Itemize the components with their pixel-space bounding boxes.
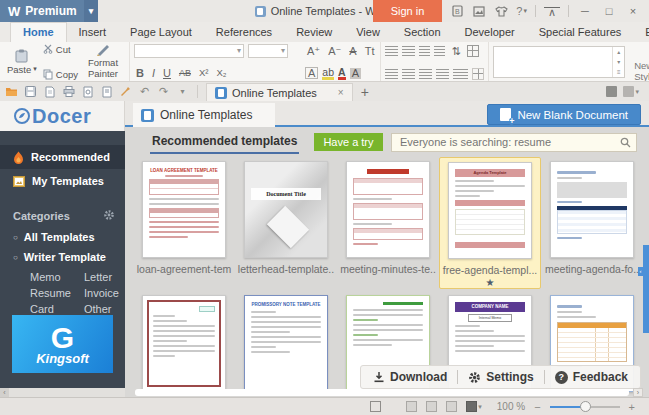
qat-customize-icon[interactable]: ▾ (176, 85, 189, 98)
outline-view-icon[interactable] (426, 401, 437, 412)
sort-button[interactable]: ⇅ (449, 44, 462, 58)
download-button[interactable]: Download (373, 370, 447, 384)
sidebar-link-memo[interactable]: Memo (30, 271, 76, 283)
settings-button[interactable]: Settings (468, 370, 533, 384)
wordart-button[interactable]: A (305, 67, 318, 79)
numbering-button[interactable] (402, 46, 415, 56)
paste-button[interactable]: Paste▾ (4, 49, 40, 75)
align-center-button[interactable] (402, 69, 415, 79)
tab-page-layout[interactable]: Page Layout (118, 23, 204, 42)
help-button[interactable]: ?▾ (516, 4, 527, 18)
sidebar-link-letter[interactable]: Letter (84, 271, 130, 283)
more-icon[interactable]: ≡ (617, 69, 621, 75)
tab-developer[interactable]: Developer (453, 23, 527, 42)
sidebar-item-my-templates[interactable]: My Templates (0, 169, 125, 193)
tab-home[interactable]: Home (10, 22, 67, 42)
doc-tab-online-templates[interactable]: Online Templates × (206, 83, 353, 101)
grow-font-button[interactable]: A⁺ (305, 44, 322, 58)
close-button[interactable]: × (625, 5, 641, 17)
bold-button[interactable]: B (134, 66, 146, 80)
vertical-scrollbar-thumb[interactable]: ‹ (643, 245, 649, 333)
styles-gallery-arrows[interactable]: ▴ ▾ ≡ (612, 47, 624, 77)
chevron-up-icon[interactable]: ▴ (617, 48, 620, 55)
sidebar-item-writer-template[interactable]: ○ Writer Template (0, 247, 125, 267)
increase-indent-button[interactable] (434, 46, 445, 56)
minimize-button[interactable]: ─ (577, 5, 593, 17)
template-card-letterhead[interactable]: Document Title letterhead-template.. (235, 157, 337, 289)
clear-format-button[interactable]: A (347, 44, 358, 58)
online-templates-page-tab[interactable]: Online Templates (133, 103, 275, 127)
bullets-button[interactable] (385, 46, 398, 56)
maximize-button[interactable]: □ (601, 5, 617, 17)
sidebar-link-resume[interactable]: Resume (30, 287, 76, 299)
borders-button[interactable] (472, 68, 484, 80)
line-spacing-button[interactable] (453, 69, 468, 79)
read-mode-icon[interactable] (100, 85, 113, 98)
chevron-down-icon[interactable]: ▾ (84, 0, 99, 22)
font-color-button[interactable]: A (338, 67, 346, 80)
star-icon[interactable]: ★ (486, 277, 495, 288)
subscript-button[interactable]: X₂ (214, 66, 228, 80)
undo-icon[interactable]: ↶ (138, 85, 151, 98)
tab-efofex[interactable]: Efofex (633, 23, 649, 42)
close-tab-icon[interactable]: × (338, 87, 344, 98)
sidebar-hscrollbar[interactable]: ‹ (0, 388, 125, 397)
tab-view[interactable]: View (344, 23, 392, 42)
align-left-button[interactable] (385, 69, 398, 79)
insert-table-icon[interactable] (467, 45, 479, 57)
feedback-button[interactable]: ? Feedback (555, 370, 628, 384)
strikethrough-button[interactable]: AB (177, 66, 193, 80)
skin-theme-icon[interactable] (494, 4, 508, 18)
switch-window-icon[interactable] (606, 86, 617, 97)
new-style-button[interactable]: A New Style▾ (628, 42, 649, 82)
justify-button[interactable] (436, 69, 449, 79)
sidebar-item-all-templates[interactable]: ○ All Templates (0, 227, 125, 247)
collapse-ribbon-button[interactable]: ∧ (544, 7, 560, 17)
print-icon[interactable] (62, 85, 75, 98)
shrink-font-button[interactable]: A⁻ (326, 44, 343, 58)
format-brush-icon[interactable] (119, 85, 132, 98)
zoom-slider[interactable] (550, 401, 620, 412)
template-card-free-agenda-selected[interactable]: Agenda Template free-agenda-templ... ★ (439, 157, 541, 289)
character-shading-button[interactable]: A (350, 68, 361, 79)
copy-button[interactable]: Copy (43, 69, 78, 80)
format-painter-button[interactable]: Format Painter (81, 44, 125, 79)
tab-special-features[interactable]: Special Features (527, 23, 634, 42)
new-blank-document-button[interactable]: New Blank Document (487, 104, 641, 125)
chevron-down-icon[interactable]: ▾ (478, 403, 482, 411)
print-preview-icon[interactable] (81, 85, 94, 98)
zoom-slider-knob[interactable] (580, 401, 591, 412)
save-icon[interactable] (24, 85, 37, 98)
docer-icon[interactable]: B (450, 4, 464, 18)
current-view-icon[interactable] (466, 401, 477, 412)
picture-icon[interactable] (472, 4, 486, 18)
styles-gallery[interactable]: ▴ ▾ ≡ (493, 46, 625, 78)
template-card-letter[interactable] (133, 291, 235, 392)
fullscreen-icon[interactable] (370, 401, 381, 412)
scroll-right-icon[interactable]: › (633, 388, 643, 397)
cut-button[interactable]: Cut (43, 44, 78, 55)
arrange-icon[interactable] (623, 86, 634, 97)
search-icon[interactable] (620, 137, 631, 148)
premium-menu-button[interactable]: W Premium ▾ (0, 0, 98, 22)
template-card-promissory-note[interactable]: PROMISSORY NOTE TEMPLATE (235, 291, 337, 392)
italic-button[interactable]: I (150, 66, 157, 80)
tab-references[interactable]: References (204, 23, 284, 42)
page-view-icon[interactable] (406, 401, 417, 412)
have-a-try-button[interactable]: Have a try (314, 133, 382, 151)
template-card-meeting-minutes[interactable]: meeting-minutes-te.. (337, 157, 439, 289)
template-card-meeting-agenda[interactable]: meeting-agenda-fo.. (541, 157, 643, 289)
align-right-button[interactable] (419, 69, 432, 79)
superscript-button[interactable]: X² (197, 66, 211, 80)
web-view-icon[interactable] (446, 401, 457, 412)
font-name-combo[interactable]: ▾ (134, 44, 244, 58)
underline-button[interactable]: U (161, 66, 173, 80)
scroll-left-icon[interactable]: ‹ (0, 388, 9, 397)
decrease-indent-button[interactable] (419, 46, 430, 56)
new-tab-button[interactable]: + (353, 84, 377, 100)
change-case-button[interactable]: Tt (363, 44, 377, 58)
sidebar-link-card[interactable]: Card (30, 303, 76, 315)
horizontal-scrollbar[interactable] (135, 389, 629, 396)
sidebar-link-other[interactable]: Other (84, 303, 130, 315)
redo-icon[interactable]: ↷ (157, 85, 170, 98)
